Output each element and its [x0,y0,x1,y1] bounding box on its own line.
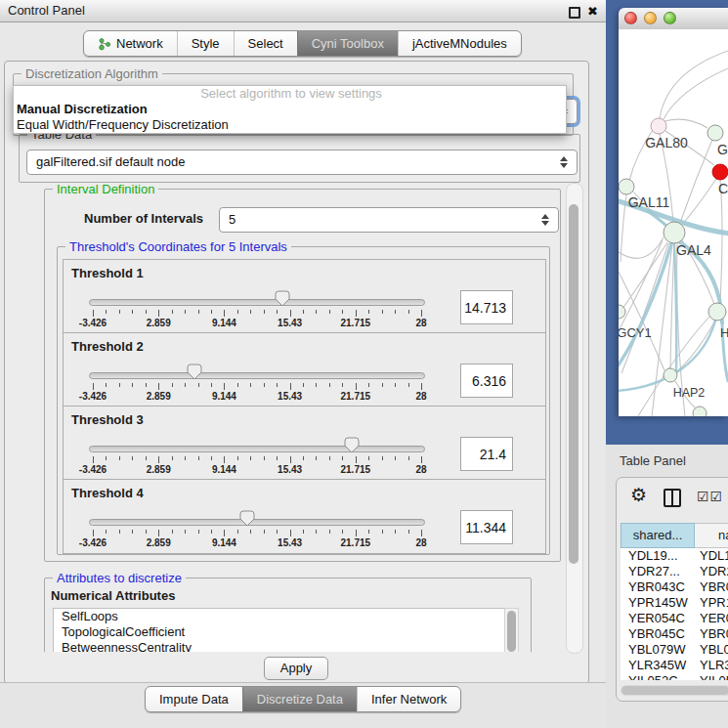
gear-icon[interactable]: ⚙ [630,484,647,505]
network-edge[interactable] [664,119,707,128]
table-hscrollbar-thumb[interactable] [621,686,728,695]
threshold-slider-handle[interactable] [344,437,360,453]
tick-label: 28 [392,464,450,475]
minor-tick [106,383,107,387]
minor-tick [303,530,304,534]
threshold-slider-track[interactable] [89,299,425,306]
network-node-ga[interactable] [707,125,723,141]
threshold-value-field[interactable]: 21.4 [460,437,513,471]
tab-infer-network[interactable]: Infer Network [357,687,460,711]
network-node-gal11[interactable] [619,179,634,194]
apply-button[interactable]: Apply [264,657,328,680]
table-row-ydr27[interactable]: YDR27...YDR27 [621,564,728,579]
close-icon[interactable]: ✖ [587,1,598,22]
table-horizontal-scrollbar[interactable] [621,685,728,696]
table-row-yer054c[interactable]: YER054CYER05 [621,611,728,626]
number-of-intervals-combo[interactable]: 5 [219,207,559,233]
minor-tick [395,310,396,314]
network-edge[interactable] [660,51,728,118]
threshold-value-field[interactable]: 6.316 [460,364,513,398]
table-panel: Table Panel ⚙ ☑☑ shared... na YDL19...YD… [606,445,728,728]
minimize-traffic-light-icon[interactable] [644,12,657,24]
network-node-gal4[interactable] [664,222,685,243]
threshold-value-field[interactable]: 11.344 [460,510,513,544]
attribute-item-selfloops[interactable]: SelfLoops [54,609,505,624]
table-row-ybr045c[interactable]: YBR045CYBR04 [621,626,728,642]
column-header-name[interactable]: na [695,523,728,548]
table-row-ybr043c[interactable]: YBR043CYBR04 [621,579,728,595]
network-node-partial-bottom[interactable] [693,407,707,416]
attributes-scrollbar-thumb[interactable] [507,611,516,652]
threshold-value-field[interactable]: 14.713 [460,290,513,324]
network-node-gal80[interactable] [651,118,666,134]
threshold-slider-handle[interactable] [187,364,202,380]
panel-title: Control Panel [8,0,85,21]
table-row-ydl19[interactable]: YDL19...YDL19 [621,548,728,564]
cell-name: YBR04 [695,626,728,642]
threshold-slider-track[interactable] [89,519,425,526]
network-node-h[interactable] [708,303,726,321]
popup-placeholder-item[interactable]: Select algorithm to view settings [14,86,566,102]
network-window-titlebar[interactable] [619,8,728,30]
vertical-scrollbar[interactable] [566,183,583,654]
threshold-slider-track[interactable] [89,372,425,379]
threshold-slider-handle[interactable] [275,290,290,307]
threshold-slider-track[interactable] [89,446,425,452]
tab-network[interactable]: Network [84,31,177,56]
network-edge[interactable] [619,237,664,258]
table-row-ylr345w[interactable]: YLR345WYLR34 [621,658,728,673]
minor-tick [119,383,120,387]
close-traffic-light-icon[interactable] [624,12,637,24]
columns-icon[interactable] [664,489,681,507]
minor-tick [250,310,251,314]
network-edge[interactable] [670,243,674,368]
bottom-tab-bar: Impute DataDiscretize DataInfer Network [145,686,461,712]
network-node-hap2[interactable] [664,368,677,382]
minor-tick [303,456,304,460]
minor-tick [395,456,396,460]
network-edge[interactable] [621,243,668,373]
network-graph: GAL80GACGAL11GAL4GCY1HHAP2 [619,29,728,416]
column-header-shared-name[interactable]: shared... [621,523,695,548]
table-data-combo[interactable]: galFiltered.sif default node [26,150,578,175]
network-edge-highlighted[interactable] [674,244,676,371]
popup-item-equal-width-frequency-discretization[interactable]: Equal Width/Frequency Discretization [14,117,566,133]
tab-label: Style [192,31,220,56]
table-row-ybl079w[interactable]: YBL079WYBL07 [621,642,728,658]
minor-tick [119,456,120,460]
tab-style[interactable]: Style [177,31,234,56]
threshold-label: Threshold 4 [71,486,144,500]
tab-discretize-data[interactable]: Discretize Data [242,687,357,711]
select-columns-icon[interactable]: ☑☑ [697,489,723,504]
threshold-slider-handle[interactable] [239,510,255,527]
interval-definition-legend: Interval Definition [53,183,158,196]
zoom-traffic-light-icon[interactable] [664,12,676,24]
table-row-ypr145w[interactable]: YPR145WYPR14 [621,595,728,611]
tab-jactivemnodules[interactable]: jActiveMNodules [398,31,521,56]
tab-cyni-toolbox[interactable]: Cyni Toolbox [297,31,398,56]
vertical-scrollbar-thumb[interactable] [569,204,578,564]
network-edge[interactable] [720,180,722,303]
numerical-attributes-list[interactable]: SelfLoopsTopologicalCoefficientBetweenne… [53,608,506,652]
thresholds-group: Threshold's Coordinates for 5 Intervals … [57,246,550,555]
network-canvas[interactable]: GAL80GACGAL11GAL4GCY1HHAP2 [619,29,728,416]
attribute-item-topologicalcoefficient[interactable]: TopologicalCoefficient [54,624,505,640]
minor-tick [146,530,147,534]
network-edge[interactable] [677,321,715,371]
tab-select[interactable]: Select [234,31,297,56]
attributes-list-scrollbar[interactable] [504,608,519,652]
network-edge[interactable] [664,68,728,119]
table-row-yil052c[interactable]: YIL052CYIL05 [621,673,728,680]
major-tick [93,530,94,536]
minor-tick [342,383,343,387]
tab-impute-data[interactable]: Impute Data [146,687,242,711]
float-window-icon[interactable] [569,7,580,19]
cell-name: YDR27 [695,564,728,579]
minor-tick [277,456,278,460]
network-edge-highlighted[interactable] [619,243,671,367]
attribute-item-betweennesscentrality[interactable]: BetweennessCentrality [54,640,505,652]
major-tick [356,530,357,536]
popup-item-manual-discretization[interactable]: Manual Discretization [14,102,566,117]
network-node-red-node[interactable] [712,164,728,180]
minor-tick [132,530,133,534]
